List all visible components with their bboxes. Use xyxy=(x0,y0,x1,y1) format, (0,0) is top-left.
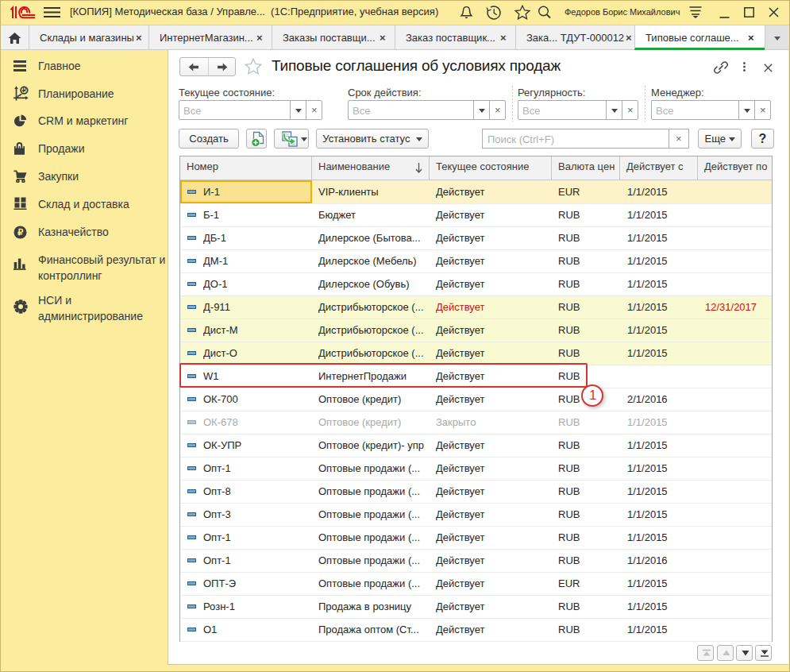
svg-text:₽: ₽ xyxy=(17,227,23,237)
svg-text:₽: ₽ xyxy=(22,86,26,94)
